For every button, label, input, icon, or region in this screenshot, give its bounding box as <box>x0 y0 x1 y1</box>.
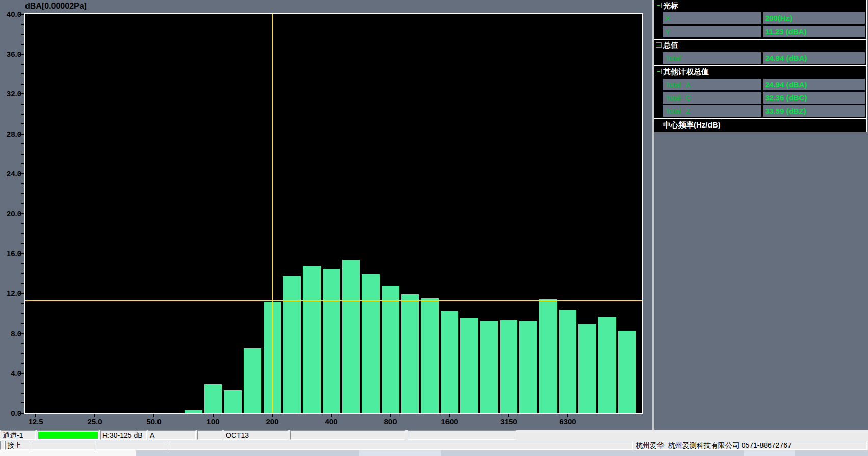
panel-row-label: Total_A <box>663 79 761 90</box>
y-tick <box>21 402 24 403</box>
spectrum-bar[interactable] <box>479 320 499 413</box>
y-tick <box>21 243 24 244</box>
spectrum-bar[interactable] <box>203 383 223 413</box>
panel-row[interactable]: Total_A24.94 (dBA) <box>654 79 866 90</box>
statusbar-cell: R:30-125 dB <box>100 430 147 440</box>
spectrum-bar[interactable] <box>518 320 538 413</box>
x-tick-label: 50.0 <box>136 417 172 426</box>
spectrum-bar[interactable] <box>420 297 440 413</box>
panel-row[interactable]: Y11.23 (dBA) <box>654 26 866 37</box>
x-tick-label: 3150 <box>491 417 527 426</box>
y-tick-label: 20.0 <box>0 209 21 218</box>
y-tick <box>21 343 24 344</box>
panel-section-header[interactable]: 其他计权总值 <box>654 66 866 78</box>
y-tick <box>21 383 24 384</box>
panel-section-header[interactable]: 总值 <box>654 40 866 51</box>
x-tick <box>390 414 391 417</box>
taskbar-strip-patch <box>359 450 441 456</box>
x-tick-label: 25.0 <box>77 417 113 426</box>
y-tick <box>21 34 24 35</box>
panel-row[interactable]: Total_Z33.59 (dBZ) <box>654 105 866 117</box>
taskbar-strip-patch <box>744 450 795 456</box>
plot-title: dBA[0.00002Pa] <box>25 2 87 11</box>
channel-color-cell <box>37 430 99 440</box>
panel-section-title: 光标 <box>663 1 678 11</box>
spectrum-bar[interactable] <box>183 409 203 413</box>
panel-row[interactable]: Total24.94 (dBA) <box>654 52 866 64</box>
y-tick <box>21 323 24 324</box>
spectrum-bar[interactable] <box>381 285 401 413</box>
panel-section-title: 其他计权总值 <box>663 67 709 77</box>
spectrum-bar[interactable] <box>243 347 262 413</box>
collapse-icon[interactable] <box>656 69 662 74</box>
y-tick <box>21 313 24 314</box>
spectrum-bar[interactable] <box>361 273 381 413</box>
spectrum-bar[interactable] <box>440 310 460 413</box>
statusbar-cell <box>0 441 5 450</box>
y-tick <box>21 163 24 164</box>
y-tick <box>21 263 24 264</box>
panel-section-header[interactable]: 中心频率(Hz/dB) <box>654 119 866 131</box>
y-tick <box>21 203 24 204</box>
y-tick <box>21 273 24 274</box>
x-tick <box>272 414 273 417</box>
spectrum-bar[interactable] <box>538 298 558 413</box>
y-tick-label: 12.0 <box>0 289 21 298</box>
statusbar-cell <box>197 430 222 440</box>
x-tick <box>331 414 332 417</box>
y-tick <box>21 183 24 184</box>
panel-row-value: 32.36 (dBC) <box>763 92 865 104</box>
statusbar-cell <box>30 441 95 450</box>
x-tick-label: 800 <box>373 417 408 426</box>
y-tick <box>21 303 24 304</box>
spectrum-bar[interactable] <box>577 323 597 413</box>
y-tick <box>21 44 24 45</box>
collapse-icon[interactable] <box>656 3 662 8</box>
cursor-vertical-line[interactable] <box>272 14 273 413</box>
collapse-icon[interactable] <box>656 42 662 48</box>
cursor-value-panel: 光标X200(Hz)Y11.23 (dBA)总值Total24.94 (dBA)… <box>652 0 868 430</box>
spectrum-plot-area[interactable] <box>24 13 643 414</box>
y-tick <box>21 73 24 74</box>
spectrum-bar[interactable] <box>459 317 479 413</box>
panel-section-header[interactable]: 光标 <box>654 0 866 11</box>
statusbar-cell: A <box>148 430 196 440</box>
x-tick-label: 12.5 <box>18 417 54 426</box>
y-tick <box>21 143 24 144</box>
y-tick-label: 4.0 <box>0 369 21 378</box>
y-tick-label: 0.0 <box>0 409 21 418</box>
spectrum-bar[interactable] <box>558 309 578 413</box>
statusbar-cell: 接上 <box>5 441 29 450</box>
app-window: dBA[0.00002Pa] 40.036.032.028.024.020.01… <box>0 0 868 456</box>
x-tick <box>449 414 450 417</box>
y-tick <box>21 233 24 234</box>
panel-section-title: 中心频率(Hz/dB) <box>663 120 721 130</box>
spectrum-bar[interactable] <box>400 293 420 413</box>
spectrum-bar[interactable] <box>282 275 302 413</box>
spectrum-bar[interactable] <box>597 316 617 413</box>
x-tick <box>153 414 154 417</box>
x-tick <box>508 414 509 417</box>
spectrum-bar[interactable] <box>223 389 243 413</box>
y-tick-label: 32.0 <box>0 89 21 98</box>
y-tick <box>21 24 24 25</box>
panel-section-title: 总值 <box>663 41 678 50</box>
y-tick-label: 36.0 <box>0 49 21 59</box>
cursor-horizontal-line[interactable] <box>25 300 642 301</box>
panel-row-value: 24.94 (dBA) <box>763 52 865 64</box>
panel-row[interactable]: Total_C32.36 (dBC) <box>654 92 866 104</box>
spectrum-bar[interactable] <box>499 319 519 413</box>
y-tick-label: 28.0 <box>0 130 21 139</box>
statusbar-row1: 通道-1R:30-125 dBAOCT13 <box>0 430 868 440</box>
panel-row[interactable]: X200(Hz) <box>654 12 866 24</box>
y-tick-label: 24.0 <box>0 169 21 179</box>
y-tick <box>21 154 24 155</box>
spectrum-bar[interactable] <box>302 265 322 413</box>
panel-row-label: Total <box>663 52 761 64</box>
statusbar-cell: 杭州爱华 杭州爱测科技有限公司 0571-88672767 <box>634 441 867 450</box>
spectrum-bar[interactable] <box>617 330 637 413</box>
spectrum-bar[interactable] <box>341 259 361 413</box>
panel-row-value: 11.23 (dBA) <box>763 26 865 37</box>
spectrum-bar[interactable] <box>322 268 341 413</box>
y-tick <box>21 223 24 224</box>
